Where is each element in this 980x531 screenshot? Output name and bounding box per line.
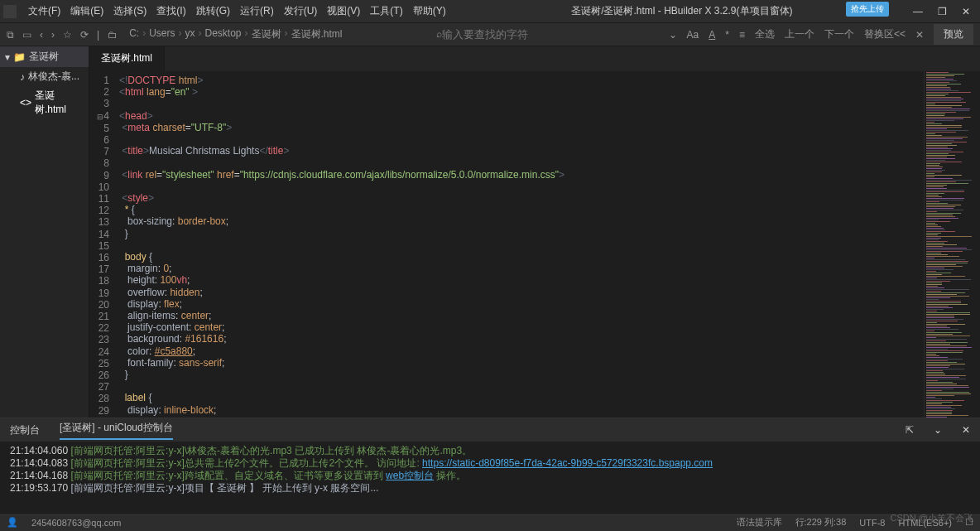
crumb[interactable]: Users	[149, 27, 175, 41]
nav-fwd-icon[interactable]: ›	[51, 29, 55, 41]
menu-item[interactable]: 文件(F)	[23, 5, 65, 17]
upload-badge[interactable]: 抢先上传	[846, 2, 889, 17]
status-hint[interactable]: 语法提示库	[737, 516, 782, 529]
main-area: ▾ 📁 圣诞树 ♪ 林俊杰-裹... <> 圣诞树.html 圣诞树.html …	[0, 46, 980, 418]
menu-item[interactable]: 查找(I)	[151, 5, 190, 17]
crumb[interactable]: 圣诞树.html	[291, 27, 343, 41]
crumb[interactable]: C:	[129, 27, 139, 41]
window-close-icon[interactable]: ✕	[962, 6, 970, 17]
statusbar: 👤 2454608763@qq.com 语法提示库 行:229 列:38 UTF…	[0, 513, 980, 531]
replace-button[interactable]: 替换区<<	[864, 27, 906, 41]
menu-item[interactable]: 运行(R)	[235, 5, 279, 17]
console-panel: 控制台 [圣诞树] - uniCloud控制台 ⇱ ⌄ ✕ 21:14:04.0…	[0, 418, 980, 513]
menubar: 文件(F)编辑(E)选择(S)查找(I)跳转(G)运行(R)发行(U)视图(V)…	[0, 0, 980, 23]
app-logo	[3, 5, 17, 18]
prev-button[interactable]: 上一个	[785, 27, 814, 41]
status-enc[interactable]: UTF-8	[859, 518, 885, 528]
close-search-icon[interactable]: ✕	[915, 29, 924, 41]
menu-item[interactable]: 工具(T)	[365, 5, 407, 17]
sidebar-item-label: 圣诞树.html	[35, 89, 84, 117]
sidebar-root-label: 圣诞树	[29, 50, 59, 64]
console-tab-unicloud[interactable]: [圣诞树] - uniCloud控制台	[60, 421, 173, 440]
menu-item[interactable]: 帮助(Y)	[408, 5, 451, 17]
console-output[interactable]: 21:14:04.060 [前端网页托管:阿里云:y-x]\林俊杰-裹着心的光.…	[0, 442, 980, 513]
sidebar-item-html[interactable]: <> 圣诞树.html	[0, 86, 89, 119]
crumb[interactable]: Desktop	[204, 27, 241, 41]
preview-button[interactable]: 预览	[934, 24, 973, 45]
status-pos[interactable]: 行:229 列:38	[795, 516, 847, 529]
crumb[interactable]: 圣诞树	[252, 27, 281, 41]
menu-item[interactable]: 跳转(G)	[191, 5, 235, 17]
new-file-icon[interactable]: ▭	[22, 29, 31, 41]
menu-item[interactable]: 编辑(E)	[65, 5, 108, 17]
breadcrumb[interactable]: C:›Users›yx›Desktop›圣诞树›圣诞树.html	[129, 27, 342, 41]
menu-item[interactable]: 选择(S)	[108, 5, 151, 17]
folder-icon: 📁	[13, 51, 26, 63]
more-icon[interactable]: ≡	[739, 29, 745, 41]
window-minimize-icon[interactable]: —	[913, 6, 923, 17]
line-gutter: 123⊟456789101112131415161718192021222324…	[89, 71, 114, 418]
status-email[interactable]: 2454608763@qq.com	[31, 518, 121, 528]
user-icon: 👤	[7, 517, 18, 528]
star-icon[interactable]: ☆	[63, 29, 72, 41]
refresh-icon[interactable]: ⟳	[80, 29, 89, 41]
expand-icon: ▾	[5, 51, 10, 63]
search-icon: ⌕	[436, 28, 442, 41]
menu-item[interactable]: 视图(V)	[322, 5, 365, 17]
music-icon: ♪	[20, 71, 25, 83]
minimap[interactable]	[924, 71, 980, 418]
divider: |	[97, 29, 99, 41]
menu-item[interactable]: 发行(U)	[279, 5, 323, 17]
nav-back-icon[interactable]: ‹	[40, 29, 43, 41]
tabs: 圣诞树.html	[89, 46, 980, 71]
folder-icon[interactable]: 🗀	[108, 29, 118, 41]
search-input[interactable]	[442, 28, 574, 41]
crumb[interactable]: yx	[185, 27, 195, 41]
window-title: 圣诞树/圣诞树.html - HBuilder X 3.2.9(单项目窗体)	[451, 4, 913, 18]
sidebar-root[interactable]: ▾ 📁 圣诞树	[0, 46, 89, 67]
sidebar: ▾ 📁 圣诞树 ♪ 林俊杰-裹... <> 圣诞树.html	[0, 46, 89, 418]
regex-icon[interactable]: *	[725, 29, 729, 41]
word-icon[interactable]: A	[709, 29, 715, 41]
chevron-down-icon[interactable]: ⌄	[669, 29, 677, 41]
toolbar: ⧉ ▭ ‹ › ☆ ⟳ | 🗀 C:›Users›yx›Desktop›圣诞树›…	[0, 23, 980, 46]
code-icon: <>	[20, 97, 31, 109]
select-all-button[interactable]: 全选	[755, 27, 775, 41]
sidebar-item-audio[interactable]: ♪ 林俊杰-裹...	[0, 67, 89, 86]
next-button[interactable]: 下一个	[824, 27, 854, 41]
code-editor[interactable]: <!DOCTYPE html><html lang="en" > <head> …	[114, 71, 924, 418]
console-new-icon[interactable]: ⇱	[906, 424, 914, 436]
console-min-icon[interactable]: ⌄	[934, 424, 942, 436]
console-close-icon[interactable]: ✕	[962, 424, 970, 436]
sidebar-item-label: 林俊杰-裹...	[28, 70, 79, 84]
new-window-icon[interactable]: ⧉	[7, 29, 14, 41]
case-icon[interactable]: Aa	[687, 29, 699, 41]
watermark: CSDN @小羊不会飞	[891, 512, 973, 524]
tab-file[interactable]: 圣诞树.html	[89, 46, 165, 71]
console-tab[interactable]: 控制台	[10, 423, 40, 437]
window-maximize-icon[interactable]: ❐	[938, 6, 947, 17]
